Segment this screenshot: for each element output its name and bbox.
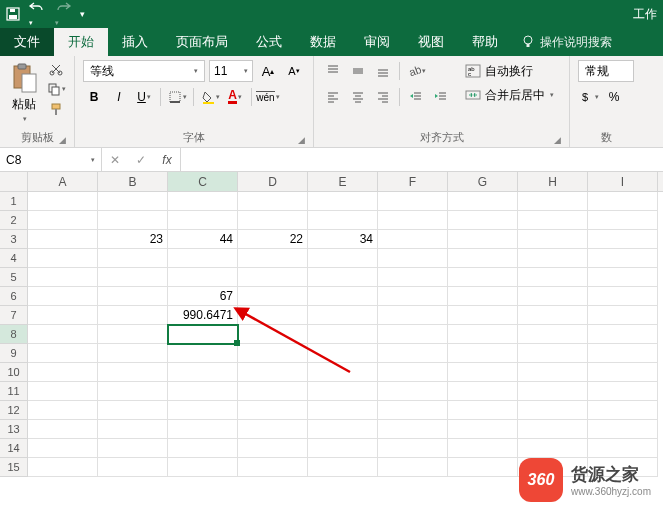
phonetic-button[interactable]: wén▾ <box>257 86 279 108</box>
cell-H14[interactable] <box>518 439 588 458</box>
row-header[interactable]: 7 <box>0 306 28 325</box>
cell-D5[interactable] <box>238 268 308 287</box>
align-bottom-button[interactable] <box>372 60 394 82</box>
italic-button[interactable]: I <box>108 86 130 108</box>
cell-G15[interactable] <box>448 458 518 477</box>
cell-G10[interactable] <box>448 363 518 382</box>
cell-H4[interactable] <box>518 249 588 268</box>
cell-A9[interactable] <box>28 344 98 363</box>
save-icon[interactable] <box>6 7 20 21</box>
cell-I8[interactable] <box>588 325 658 344</box>
cell-B12[interactable] <box>98 401 168 420</box>
cell-E14[interactable] <box>308 439 378 458</box>
merge-center-button[interactable]: 合并后居中 ▾ <box>458 84 561 106</box>
row-header[interactable]: 14 <box>0 439 28 458</box>
cell-E11[interactable] <box>308 382 378 401</box>
cell-G1[interactable] <box>448 192 518 211</box>
cell-F8[interactable] <box>378 325 448 344</box>
paste-button[interactable]: 粘贴 ▾ <box>8 60 40 125</box>
cell-I11[interactable] <box>588 382 658 401</box>
cell-C14[interactable] <box>168 439 238 458</box>
cell-E1[interactable] <box>308 192 378 211</box>
cell-I3[interactable] <box>588 230 658 249</box>
tab-file[interactable]: 文件 <box>0 28 54 56</box>
font-name-select[interactable]: 等线▾ <box>83 60 205 82</box>
cell-I12[interactable] <box>588 401 658 420</box>
cell-B8[interactable] <box>98 325 168 344</box>
cell-G4[interactable] <box>448 249 518 268</box>
align-middle-button[interactable] <box>347 60 369 82</box>
row-header[interactable]: 11 <box>0 382 28 401</box>
cell-G7[interactable] <box>448 306 518 325</box>
cell-G2[interactable] <box>448 211 518 230</box>
cell-H2[interactable] <box>518 211 588 230</box>
tab-insert[interactable]: 插入 <box>108 28 162 56</box>
cell-D11[interactable] <box>238 382 308 401</box>
cell-F12[interactable] <box>378 401 448 420</box>
cell-G8[interactable] <box>448 325 518 344</box>
number-format-select[interactable]: 常规 <box>578 60 634 82</box>
cell-C3[interactable]: 44 <box>168 230 238 249</box>
row-header[interactable]: 1 <box>0 192 28 211</box>
cell-H7[interactable] <box>518 306 588 325</box>
cell-I13[interactable] <box>588 420 658 439</box>
cell-B3[interactable]: 23 <box>98 230 168 249</box>
underline-button[interactable]: U▾ <box>133 86 155 108</box>
align-left-button[interactable] <box>322 86 344 108</box>
cell-E2[interactable] <box>308 211 378 230</box>
align-right-button[interactable] <box>372 86 394 108</box>
format-painter-button[interactable] <box>46 100 66 118</box>
cell-H13[interactable] <box>518 420 588 439</box>
tab-review[interactable]: 审阅 <box>350 28 404 56</box>
cell-F11[interactable] <box>378 382 448 401</box>
cell-H8[interactable] <box>518 325 588 344</box>
cell-I1[interactable] <box>588 192 658 211</box>
cell-C5[interactable] <box>168 268 238 287</box>
name-box[interactable]: C8▾ <box>0 148 102 171</box>
cell-D2[interactable] <box>238 211 308 230</box>
tab-help[interactable]: 帮助 <box>458 28 512 56</box>
align-center-button[interactable] <box>347 86 369 108</box>
cell-H3[interactable] <box>518 230 588 249</box>
cell-A14[interactable] <box>28 439 98 458</box>
cell-E6[interactable] <box>308 287 378 306</box>
cell-D8[interactable] <box>238 325 308 344</box>
col-header-B[interactable]: B <box>98 172 168 191</box>
cell-C2[interactable] <box>168 211 238 230</box>
cell-E5[interactable] <box>308 268 378 287</box>
decrease-font-button[interactable]: A▾ <box>283 60 305 82</box>
cell-B1[interactable] <box>98 192 168 211</box>
cell-F13[interactable] <box>378 420 448 439</box>
col-header-F[interactable]: F <box>378 172 448 191</box>
col-header-D[interactable]: D <box>238 172 308 191</box>
cell-E3[interactable]: 34 <box>308 230 378 249</box>
cell-D7[interactable] <box>238 306 308 325</box>
col-header-E[interactable]: E <box>308 172 378 191</box>
cell-E9[interactable] <box>308 344 378 363</box>
cell-D12[interactable] <box>238 401 308 420</box>
cell-E8[interactable] <box>308 325 378 344</box>
cell-H10[interactable] <box>518 363 588 382</box>
wrap-text-button[interactable]: abc 自动换行 <box>458 60 561 82</box>
select-all-corner[interactable] <box>0 172 28 191</box>
cell-F7[interactable] <box>378 306 448 325</box>
cell-G6[interactable] <box>448 287 518 306</box>
fill-color-button[interactable]: ▾ <box>199 86 221 108</box>
cell-I14[interactable] <box>588 439 658 458</box>
tab-view[interactable]: 视图 <box>404 28 458 56</box>
cell-D10[interactable] <box>238 363 308 382</box>
cell-A2[interactable] <box>28 211 98 230</box>
align-launcher[interactable]: ◢ <box>554 135 561 145</box>
cell-C9[interactable] <box>168 344 238 363</box>
cell-F15[interactable] <box>378 458 448 477</box>
col-header-C[interactable]: C <box>168 172 238 191</box>
cell-E15[interactable] <box>308 458 378 477</box>
col-header-I[interactable]: I <box>588 172 658 191</box>
row-header[interactable]: 2 <box>0 211 28 230</box>
cell-A4[interactable] <box>28 249 98 268</box>
cell-D15[interactable] <box>238 458 308 477</box>
cell-A12[interactable] <box>28 401 98 420</box>
cell-I9[interactable] <box>588 344 658 363</box>
cell-F1[interactable] <box>378 192 448 211</box>
col-header-G[interactable]: G <box>448 172 518 191</box>
